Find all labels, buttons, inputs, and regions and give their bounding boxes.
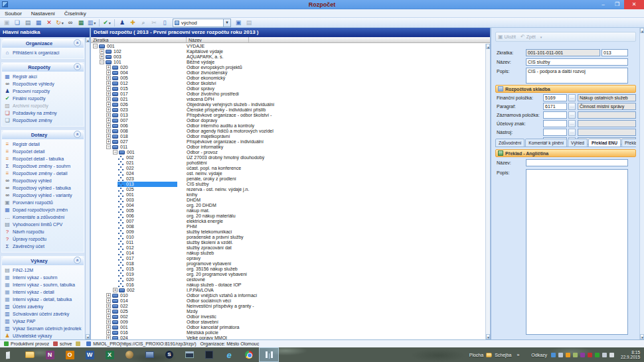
chevron-collapse-icon[interactable]: » — [74, 39, 81, 46]
collapse-icon[interactable]: − — [93, 44, 98, 48]
detail-scrollbar[interactable]: ▲ ▼ — [639, 28, 644, 339]
tree-row[interactable]: 015org. 35156 nákup služeb — [91, 267, 485, 272]
new-document-button[interactable]: ❏ — [13, 19, 22, 27]
tree-row[interactable]: +020Odbor evropských projektů — [91, 65, 485, 70]
tree-row[interactable]: −001VÝDAJE — [91, 44, 485, 49]
zkratka-code-field[interactable]: 013 — [602, 49, 628, 56]
tree-row[interactable]: 007elektrická energie — [91, 219, 485, 224]
taskbar-outlook-button[interactable]: O — [60, 347, 80, 362]
scroll-down-icon[interactable]: ▼ — [86, 334, 90, 339]
sidebar-item-rozpocet-detail-tabulka[interactable]: ≡Rozpočet detail - tabulka — [4, 155, 84, 162]
taskbar-clock[interactable]: 8:15 22.9.2015 — [621, 350, 640, 359]
desktop-toolbar-label[interactable]: Plocha — [469, 353, 483, 357]
sidebar-item-navrh-rozpoctu[interactable]: ?Návrh rozpočtu — [4, 228, 84, 235]
tree-row[interactable]: +007Odbor dopravy — [91, 118, 485, 123]
menu-ciselniky[interactable]: Číselníky — [60, 9, 91, 18]
translation-nazev-field[interactable] — [526, 159, 628, 166]
skladba-value-nastroj[interactable] — [543, 129, 567, 136]
nazev-field[interactable]: CIS služby — [526, 58, 628, 66]
taskbar-chrome-button[interactable] — [239, 347, 259, 362]
folder-icon[interactable] — [486, 353, 492, 357]
tree-row[interactable]: +102Kapitálové výdaje — [91, 49, 485, 54]
sidebar-item-schvalovani-ucetni-zaverky[interactable]: ▥Schvalování účetní závěrky — [4, 310, 84, 318]
expand-icon[interactable]: + — [106, 304, 111, 308]
tree-row[interactable]: −101Běžné výdaje — [91, 60, 485, 65]
tree-row[interactable]: +009Odbor stavební — [91, 320, 485, 325]
expand-icon[interactable]: + — [106, 70, 111, 75]
sidebar-item-vyhodnoceni-limitu-cpv[interactable]: ▤Vyhodnocení limitů CPV — [4, 221, 84, 228]
taskbar-console-button[interactable] — [179, 347, 199, 362]
chevron-down-icon[interactable]: ▾ — [94, 21, 96, 25]
close-button[interactable]: ✕ — [624, 0, 644, 9]
sidebar-item-rozpoctovy-vyhled-tabulka[interactable]: ∞Rozpočtový výhled - tabulka — [4, 184, 84, 192]
chevron-down-icon[interactable]: ▾ — [62, 21, 64, 25]
tree-row[interactable]: +027Příspěvkové organizace - individuáln… — [91, 139, 485, 145]
tree-row[interactable]: +002I.P.PAVLOVA — [91, 288, 485, 293]
sidebar-item-vykaz-seznam-ucetnich-jednotek[interactable]: ▥Výkaz Seznam účetních jednotek — [4, 325, 84, 332]
tree-row[interactable]: 020cestovné — [91, 277, 485, 282]
expand-icon[interactable]: + — [106, 139, 111, 144]
tree-row[interactable]: 014nákup služeb — [91, 251, 485, 256]
sidebar-item-komentare-a-zduvodneni[interactable]: …Komentáře a zdůvodnění — [4, 213, 84, 221]
taskbar-rozpocet-app-button[interactable] — [259, 347, 279, 362]
sidebar-item-vykaz-pap[interactable]: ▥Výkaz PAP — [4, 318, 84, 325]
expand-icon[interactable]: + — [106, 320, 111, 324]
taskbar-photos-button[interactable] — [199, 347, 219, 362]
tree-row[interactable]: −011Odbor informatiky — [91, 145, 485, 150]
expand-icon[interactable]: + — [106, 91, 111, 96]
scroll-up-icon[interactable]: ▲ — [486, 44, 490, 49]
skladba-value-paragraf[interactable]: 6171 — [543, 103, 567, 110]
sidebar-item-rozpoctovy-vyhled-varianty[interactable]: ∞Rozpočtový výhled - varianty — [4, 192, 84, 199]
expand-icon[interactable]: + — [106, 97, 111, 101]
chevron-collapse-icon[interactable]: » — [74, 257, 81, 264]
tree-row[interactable]: 022účast. popl. na konference — [91, 166, 485, 171]
tray-icon-4[interactable] — [580, 353, 585, 357]
lookup-button[interactable]: … — [568, 129, 576, 136]
print-button[interactable]: ▤ — [23, 19, 33, 27]
tree-row[interactable]: +014Odbor sociálních věcí — [91, 298, 485, 304]
user-button[interactable]: ♟ — [118, 19, 127, 27]
taskbar-excel-button[interactable]: X — [100, 347, 120, 362]
expand-icon[interactable]: + — [106, 309, 111, 314]
expand-icon[interactable]: + — [106, 134, 111, 139]
sidebar-item-prihlaseni-k-organizaci[interactable]: ⌂Přihlášení k organizaci — [4, 49, 84, 56]
menu-soubor[interactable]: Soubor — [0, 9, 27, 18]
sidebar-item-zaverecny-ucet[interactable]: ΣZávěrečný účet — [4, 243, 84, 250]
sidebar-item-pozadavky-na-zmeny[interactable]: ❏Požadavky na změny — [4, 109, 84, 117]
expand-icon[interactable]: + — [113, 288, 118, 292]
tree-row[interactable]: +012Odbor školství — [91, 81, 485, 86]
tree-row[interactable]: 024ost. neinv. výdaje — [91, 171, 485, 176]
taskbar-files-button[interactable] — [139, 347, 159, 362]
tray-icon-7[interactable] — [602, 353, 607, 357]
skladba-value-financni-polozka[interactable]: 5169 — [543, 94, 567, 101]
combo-settings-button[interactable]: ▣ — [234, 19, 243, 27]
tree-row[interactable]: 025rezerva - ost. neinv. výdaje j.n. — [91, 187, 485, 192]
translation-popis-field[interactable] — [526, 169, 628, 335]
chevron-collapse-icon[interactable]: » — [74, 63, 81, 70]
tree-row[interactable]: +026Objednávky veřejných služeb - indivi… — [91, 102, 485, 107]
sidebar-item-ucetni-zaverky[interactable]: ▥Účetní závěrky — [4, 303, 84, 310]
refresh-button[interactable]: ↻▾ — [55, 19, 64, 27]
sidebar-item-uzivatelske-vykazy[interactable]: ♟Uživatelské výkazy — [4, 332, 84, 339]
tab-preklad-enu[interactable]: Překlad ENU — [588, 139, 621, 147]
sidebar-item-pracovni-rozpocty[interactable]: ♟Pracovní rozpočty — [4, 88, 84, 95]
tree-row[interactable]: 002ÚZ 27003 drobný hmotný dlouhodobý — [91, 155, 485, 160]
sidebar-item-rozpocet-detail[interactable]: ≡Rozpočet detail — [4, 148, 84, 155]
column-zkratka[interactable]: Zkratka — [91, 37, 187, 42]
scroll-down-icon[interactable]: ▼ — [640, 334, 644, 339]
expand-icon[interactable]: + — [100, 54, 104, 59]
lookup-button[interactable]: … — [568, 111, 576, 119]
taskbar-explorer-button[interactable] — [20, 347, 40, 362]
expand-icon[interactable]: + — [106, 293, 111, 298]
tree-row[interactable]: +022Neinvestiční příspěvky a granty - — [91, 304, 485, 309]
menu-nastaveni[interactable]: Nastavení — [27, 9, 60, 18]
links-toolbar-label[interactable]: Odkazy — [531, 353, 547, 357]
scroll-down-icon[interactable]: ▼ — [486, 334, 490, 339]
add-button[interactable]: ✚ — [128, 19, 137, 27]
taskbar-skype-button[interactable]: S — [159, 347, 179, 362]
tree-row[interactable]: 010poradenské a právní služby — [91, 235, 485, 240]
delete-button[interactable]: ✕ — [44, 19, 54, 27]
sidebar-item-interni-vykaz-souhrn[interactable]: ▦Interní výkaz - souhrn — [4, 274, 84, 281]
expand-icon[interactable]: + — [106, 118, 111, 123]
tree-scrollbar[interactable]: ▲ ▼ — [485, 44, 490, 339]
